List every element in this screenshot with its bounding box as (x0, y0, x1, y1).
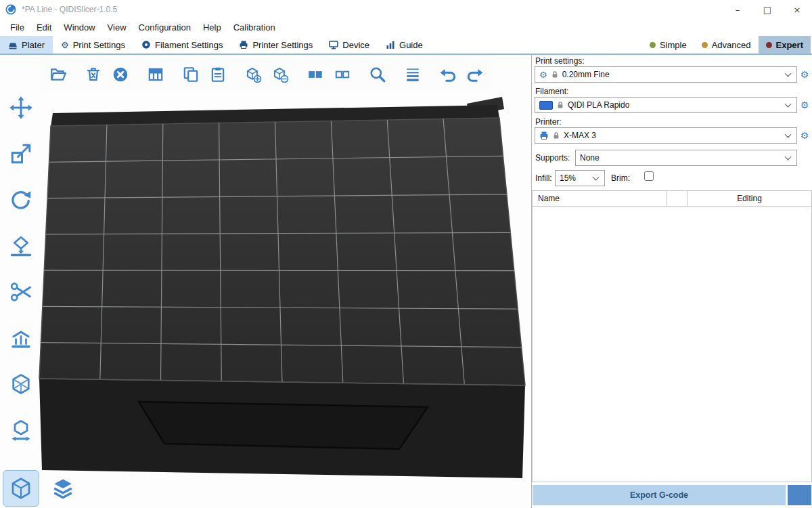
viewport-3d[interactable] (0, 55, 532, 508)
mode-expert[interactable]: Expert (759, 36, 811, 54)
preview-view-button[interactable] (45, 470, 81, 507)
menu-configuration[interactable]: Configuration (133, 20, 197, 35)
delete-all-icon (112, 66, 129, 83)
supports-select[interactable]: None (575, 150, 797, 166)
column-editing[interactable]: Editing (687, 191, 811, 206)
menu-edit[interactable]: Edit (30, 20, 58, 35)
editor-view-cube-icon (9, 476, 33, 501)
tab-filament-settings-label: Filament Settings (155, 40, 223, 50)
undo-icon (439, 66, 457, 83)
menu-calibration[interactable]: Calibration (227, 20, 281, 35)
infill-value: 15% (560, 173, 576, 183)
view-switch (3, 470, 81, 507)
object-list[interactable] (532, 207, 812, 482)
build-plate[interactable] (0, 55, 532, 508)
printer-icon (239, 40, 248, 49)
cut-tool-button[interactable] (3, 273, 39, 311)
print-settings-gear-button[interactable]: ⚙ (798, 68, 811, 81)
mode-advanced[interactable]: Advanced (694, 36, 759, 54)
guide-icon (386, 40, 395, 49)
arrange-button[interactable] (143, 61, 168, 88)
lock-icon (557, 101, 564, 109)
printer-gear-button[interactable]: ⚙ (798, 129, 811, 142)
supports-value: None (580, 153, 600, 163)
place-on-face-button[interactable] (3, 227, 39, 265)
close-button[interactable]: × (782, 0, 812, 19)
gizmo-toolbar (3, 89, 39, 449)
add-instance-button[interactable] (241, 61, 265, 88)
measure-tool-button[interactable] (3, 411, 39, 449)
filament-label: Filament: (535, 87, 568, 96)
support-paint-button[interactable] (3, 319, 39, 357)
menu-view[interactable]: View (102, 20, 133, 35)
move-tool-button[interactable] (3, 89, 39, 127)
delete-icon (85, 66, 102, 83)
tab-printer-settings[interactable]: Printer Settings (231, 36, 321, 54)
printer-value: X-MAX 3 (564, 131, 596, 140)
infill-select[interactable]: 15% (555, 170, 605, 186)
app-logo-icon (5, 4, 16, 15)
filament-value: QIDI PLA Rapido (568, 100, 629, 110)
rotate-tool-button[interactable] (3, 181, 39, 219)
menu-window[interactable]: Window (58, 20, 101, 35)
device-icon (329, 40, 338, 49)
printer-label: Printer: (535, 117, 562, 127)
column-extruder[interactable] (667, 191, 687, 206)
tab-guide[interactable]: Guide (378, 36, 431, 54)
delete-button[interactable] (81, 61, 106, 88)
chevron-down-icon (593, 174, 600, 181)
object-list-header: Name Editing (532, 190, 812, 207)
printer-icon (539, 131, 549, 140)
infill-label: Infill: (535, 173, 552, 183)
remove-instance-button[interactable] (268, 61, 292, 88)
menu-file[interactable]: File (4, 20, 30, 35)
cube-wireframe-button[interactable] (3, 365, 39, 403)
split-parts-button[interactable] (330, 61, 355, 88)
delete-all-button[interactable] (108, 61, 133, 88)
tab-printer-settings-label: Printer Settings (252, 40, 313, 50)
cut-icon (9, 280, 33, 304)
gear-icon: ⚙ (539, 70, 547, 79)
export-gcode-button[interactable]: Export G-code (533, 485, 786, 505)
filament-select[interactable]: QIDI PLA Rapido (535, 97, 797, 113)
rotate-icon (9, 188, 33, 212)
chevron-down-icon (785, 154, 792, 161)
export-options-button[interactable] (788, 485, 811, 505)
open-folder-icon (49, 66, 67, 83)
chevron-down-icon (785, 101, 792, 108)
paste-button[interactable] (206, 61, 230, 88)
paste-icon (209, 66, 227, 83)
editor-view-button[interactable] (3, 470, 39, 507)
open-button[interactable] (46, 61, 70, 88)
maximize-button[interactable]: □ (752, 0, 782, 19)
column-name[interactable]: Name (533, 191, 667, 206)
copy-button[interactable] (179, 61, 203, 88)
search-button[interactable] (365, 61, 390, 88)
mode-simple[interactable]: Simple (642, 36, 694, 54)
remove-instance-icon (271, 66, 289, 83)
mode-expert-label: Expert (776, 40, 803, 50)
minimize-button[interactable]: – (723, 0, 752, 19)
expert-mode-dot (766, 42, 772, 48)
advanced-mode-dot (702, 42, 708, 48)
variable-layer-height-button[interactable] (401, 61, 425, 88)
tabbar: Plater ⚙ Print Settings Filament Setting… (0, 36, 812, 55)
window-controls: – □ × (723, 0, 812, 19)
filament-gear-button[interactable]: ⚙ (798, 98, 811, 112)
tab-device[interactable]: Device (321, 36, 378, 54)
printer-select[interactable]: X-MAX 3 (535, 127, 797, 144)
print-settings-select[interactable]: ⚙ 0.20mm Fine (535, 66, 797, 83)
brim-label: Brim: (611, 173, 630, 183)
brim-checkbox[interactable] (644, 171, 654, 181)
split-objects-button[interactable] (303, 61, 328, 88)
sidebar: Print settings: ⚙ 0.20mm Fine ⚙ Filament… (532, 55, 812, 508)
tab-print-settings[interactable]: ⚙ Print Settings (53, 36, 133, 54)
scale-tool-button[interactable] (3, 135, 39, 173)
undo-button[interactable] (436, 61, 460, 88)
plater-icon (8, 40, 18, 49)
tab-filament-settings[interactable]: Filament Settings (133, 36, 231, 54)
menu-help[interactable]: Help (197, 20, 227, 35)
redo-button[interactable] (463, 61, 487, 88)
print-settings-icon: ⚙ (61, 41, 69, 49)
tab-plater[interactable]: Plater (0, 36, 53, 54)
